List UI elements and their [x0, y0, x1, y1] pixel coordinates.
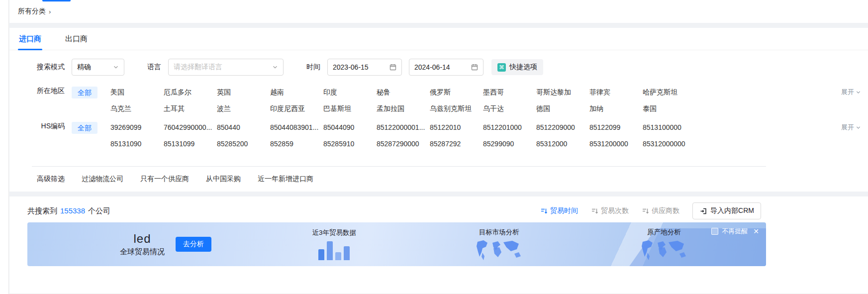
sourced-from-china-option[interactable]: 从中国采购: [206, 175, 241, 184]
sort-trade-count[interactable]: 贸易次数: [591, 206, 629, 215]
filters-panel: 进口商 出口商 搜索模式 精确 语言 请选择翻译语言 时间 2023-06-15…: [9, 28, 868, 192]
region-option[interactable]: 泰国: [643, 103, 696, 114]
left-rail: [0, 0, 9, 294]
hscode-option[interactable]: 8512201000: [483, 122, 536, 133]
region-option[interactable]: 美国: [110, 87, 164, 98]
hscode-option[interactable]: 85122010: [430, 122, 483, 133]
new-importers-option[interactable]: 近一年新增进口商: [258, 175, 313, 184]
tab-importer[interactable]: 进口商: [18, 28, 42, 50]
hscode-option[interactable]: 85312000: [536, 138, 589, 149]
hscode-all-chip[interactable]: 全部: [72, 122, 97, 134]
dismiss-label: 不再提醒: [722, 227, 748, 236]
hscode-option[interactable]: 85044083901...: [270, 122, 323, 133]
chevron-down-icon: [856, 90, 861, 95]
hscode-option[interactable]: 76042990000...: [164, 122, 217, 133]
region-option[interactable]: 俄罗斯: [430, 87, 483, 98]
dismiss-control: 不再提醒 ✕: [711, 227, 759, 236]
region-option[interactable]: 秘鲁: [377, 87, 430, 98]
hscode-option[interactable]: 8512209000: [536, 122, 589, 133]
hscode-option[interactable]: 85131099: [164, 138, 217, 149]
region-option[interactable]: 哈萨克斯坦: [643, 87, 696, 98]
quick-options-button[interactable]: ⌘ 快捷选项: [491, 59, 543, 75]
region-option[interactable]: 孟加拉国: [377, 103, 430, 114]
region-option[interactable]: 乌克兰: [110, 103, 164, 114]
chevron-down-icon: [113, 64, 119, 70]
hscode-option[interactable]: 85287292: [430, 138, 483, 149]
search-mode-value: 精确: [77, 63, 91, 72]
category-panel: 所有分类 ›: [9, 0, 868, 23]
results-count-text: 共搜索到 155338 个公司: [27, 206, 110, 216]
hscode-option[interactable]: 85131090: [110, 138, 164, 149]
region-option[interactable]: 乌干达: [483, 103, 536, 114]
hscode-option[interactable]: 8531200000: [589, 138, 643, 149]
sort-supplier-count-label: 供应商数: [652, 206, 679, 215]
calendar-icon: [471, 64, 478, 71]
language-select[interactable]: 请选择翻译语言: [168, 59, 284, 76]
date-end-value: 2024-06-14: [414, 63, 450, 71]
keyword-block: led 全球贸易情况: [120, 232, 165, 257]
advanced-filter-label: 高级筛选: [19, 175, 65, 184]
import-crm-label: 导入内部CRM: [710, 206, 754, 215]
region-option[interactable]: 菲律宾: [589, 87, 643, 98]
hscode-label: HS编码: [19, 122, 65, 131]
region-option[interactable]: 印度: [323, 87, 377, 98]
region-option[interactable]: 巴基斯坦: [323, 103, 377, 114]
results-prefix: 共搜索到: [27, 206, 57, 216]
hscode-option[interactable]: 85287290000: [377, 138, 430, 149]
dismiss-checkbox[interactable]: [711, 228, 718, 235]
hscode-option[interactable]: 85285200: [217, 138, 270, 149]
hscode-option[interactable]: 39269099: [110, 122, 164, 133]
results-panel: 共搜索到 155338 个公司 贸易时间 贸易次数 供应商数: [9, 196, 868, 294]
hscode-option[interactable]: 8513100000: [643, 122, 696, 133]
search-mode-label: 搜索模式: [19, 63, 65, 72]
region-option[interactable]: 厄瓜多尔: [164, 87, 217, 98]
feature-target-market-label: 目标市场分析: [479, 228, 519, 237]
hscode-option[interactable]: 85299090: [483, 138, 536, 149]
hscode-option[interactable]: 850440: [217, 122, 270, 133]
region-option[interactable]: 印度尼西亚: [270, 103, 323, 114]
filter-logistics-option[interactable]: 过滤物流公司: [82, 175, 123, 184]
breadcrumb[interactable]: 所有分类 ›: [18, 7, 51, 16]
hscode-option[interactable]: 85122000001...: [377, 122, 430, 133]
sort-trade-time[interactable]: 贸易时间: [540, 206, 578, 215]
hscode-option[interactable]: 85122099: [589, 122, 643, 133]
date-start-input[interactable]: 2023-06-15: [327, 59, 402, 76]
region-option[interactable]: 英国: [217, 87, 270, 98]
region-option[interactable]: 波兰: [217, 103, 270, 114]
hscode-expand-toggle[interactable]: 展开: [841, 122, 861, 132]
sort-descending-icon: [540, 207, 548, 215]
analyze-button[interactable]: 去分析: [176, 237, 211, 252]
sort-descending-icon: [591, 207, 598, 215]
tab-exporter[interactable]: 出口商: [64, 28, 89, 50]
world-map-icon: [471, 240, 527, 261]
search-keyword: led: [133, 232, 151, 245]
region-expand-toggle[interactable]: 展开: [841, 87, 861, 97]
hscode-expand-label: 展开: [841, 123, 854, 132]
date-end-input[interactable]: 2024-06-14: [409, 59, 483, 76]
region-option[interactable]: 哥斯达黎加: [536, 87, 589, 98]
region-option[interactable]: 土耳其: [164, 103, 217, 114]
import-crm-button[interactable]: 导入内部CRM: [692, 202, 761, 219]
hscode-option[interactable]: 85285910: [323, 138, 377, 149]
hscode-option[interactable]: 85312000000: [643, 138, 696, 149]
hscode-option[interactable]: 852859: [270, 138, 323, 149]
sort-supplier-count[interactable]: 供应商数: [642, 206, 679, 215]
breadcrumb-label: 所有分类: [18, 7, 46, 16]
importer-exporter-tabbar: 进口商 出口商: [9, 28, 868, 50]
close-banner-icon[interactable]: ✕: [753, 227, 759, 235]
region-option[interactable]: 加纳: [589, 103, 643, 114]
region-all-chip[interactable]: 全部: [72, 87, 97, 98]
sort-trade-count-label: 贸易次数: [601, 206, 629, 215]
region-option[interactable]: 乌兹别克斯坦: [430, 103, 483, 114]
chevron-right-icon: ›: [49, 8, 51, 15]
single-supplier-option[interactable]: 只有一个供应商: [140, 175, 189, 184]
region-option[interactable]: 德国: [536, 103, 589, 114]
region-option[interactable]: 墨西哥: [483, 87, 536, 98]
language-label: 语言: [147, 63, 161, 72]
search-mode-select[interactable]: 精确: [72, 59, 124, 76]
hscode-option[interactable]: 85044090: [323, 122, 377, 133]
feature-target-market: 目标市场分析: [457, 228, 541, 261]
region-label: 所在地区: [19, 87, 65, 96]
region-option[interactable]: 越南: [270, 87, 323, 98]
import-icon: [699, 207, 707, 215]
